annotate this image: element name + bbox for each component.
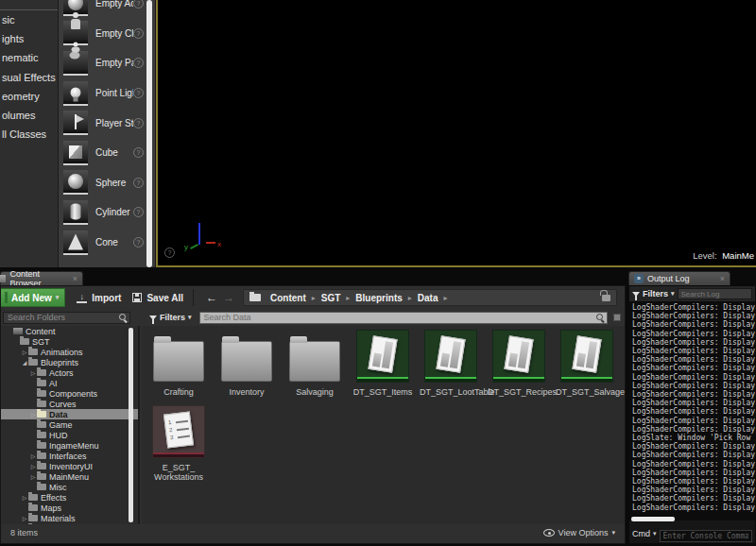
asset-tile-dt_sgt_items[interactable]: DT_SGT_Items [352, 330, 414, 398]
tree-item-interfaces[interactable]: ▷Interfaces [1, 451, 138, 461]
place-category-item[interactable]: ll Classes [0, 125, 58, 144]
tree-item-components[interactable]: Components [1, 388, 138, 399]
log-horizontal-scrollbar[interactable] [631, 517, 675, 521]
asset-tile-dt_sgt_salvage[interactable]: DT_SGT_Salvage [556, 330, 618, 398]
tree-item-animations[interactable]: ▷Animations [1, 347, 138, 357]
close-icon[interactable]: × [73, 274, 77, 283]
asset-tile-label: DT_SGT_Items [352, 387, 414, 398]
tree-item-data[interactable]: ▷Data [1, 409, 138, 419]
tree-item-hud[interactable]: HUD [1, 430, 138, 440]
tree-item-game[interactable]: Game [1, 419, 138, 430]
breadcrumb-item[interactable]: Data [418, 293, 438, 303]
place-category-item[interactable]: olumes [0, 106, 58, 125]
collapsed-arrow-icon[interactable]: ▷ [29, 473, 37, 480]
place-category-item[interactable]: sic [0, 10, 58, 29]
help-icon: ? [133, 118, 144, 128]
breadcrumb-separator-icon: ▸ [346, 294, 350, 302]
root-icon [13, 328, 23, 334]
console-command-input[interactable] [660, 530, 752, 542]
tree-item-actors[interactable]: ▷Actors [1, 367, 138, 378]
filters-button[interactable]: Filters ▾ [149, 313, 192, 322]
folder-tree-pane: ContentSGT▷Animations◢Blueprints▷ActorsA… [1, 326, 140, 524]
breadcrumb-item[interactable]: SGT [321, 293, 341, 303]
asset-tile-e_sgt_workstations[interactable]: 123E_SGT_Workstations [147, 405, 210, 483]
collapsed-arrow-icon[interactable]: ▷ [29, 411, 37, 418]
place-category-item[interactable]: ights [0, 29, 58, 48]
close-icon[interactable]: × [720, 274, 725, 283]
tree-item-ingamemenu[interactable]: IngameMenu [1, 440, 138, 451]
place-actor-item[interactable]: Cone? [59, 228, 155, 258]
log-line: LogShaderCompilers: Display [632, 442, 755, 451]
add-new-button[interactable]: Add New ▾ [1, 288, 65, 307]
save-search-icon[interactable] [613, 314, 621, 321]
place-actor-item[interactable]: Cylinder? [59, 197, 155, 228]
breadcrumb-item[interactable]: Blueprints [355, 293, 402, 303]
collapsed-arrow-icon[interactable]: ▷ [29, 452, 37, 459]
collapsed-arrow-icon[interactable]: ▷ [21, 349, 28, 355]
tree-item-inventoryui[interactable]: ▷InventoryUI [1, 461, 138, 471]
axis-y-label: y [184, 243, 188, 251]
place-actor-label: Cube [95, 147, 133, 158]
log-filters-button[interactable]: Filters ▾ [632, 289, 675, 299]
tree-item-label: MainMenu [49, 472, 89, 482]
search-data-input[interactable] [199, 312, 608, 324]
asset-tile-dt_sgt_loottable[interactable]: DT_SGT_LootTable [420, 330, 482, 398]
asset-tile-salvaging[interactable]: Salvaging [284, 330, 346, 398]
asset-tile-label: Salvaging [284, 387, 346, 398]
place-actor-item[interactable]: Point Light? [59, 78, 155, 109]
log-line: LogShaderCompilers: Display [632, 390, 755, 399]
bulb-thumbnail-icon [63, 81, 88, 106]
tree-item-effects[interactable]: ▷Effects [1, 492, 138, 503]
expanded-arrow-icon[interactable]: ◢ [21, 359, 28, 366]
log-line: LogShaderCompilers: Display [632, 486, 755, 494]
place-actors-scrollbar[interactable] [146, 0, 152, 267]
tree-item-maps[interactable]: Maps [1, 503, 138, 513]
tab-content-browser[interactable]: Content Browser × [0, 271, 83, 285]
back-button[interactable]: ← [206, 291, 217, 304]
chevron-down-icon[interactable]: ▾ [653, 530, 657, 537]
folder-icon [37, 452, 46, 459]
collapsed-arrow-icon[interactable]: ▷ [21, 494, 28, 501]
import-button[interactable]: ↓ Import [77, 293, 121, 303]
search-log-input[interactable] [678, 288, 752, 299]
breadcrumb-item[interactable]: Content [270, 293, 306, 303]
place-actor-item[interactable]: Cube? [59, 138, 155, 168]
funnel-icon [149, 316, 157, 320]
search-folders-input[interactable] [3, 312, 130, 324]
level-viewport[interactable]: x y ? Level: MainMe [156, 0, 756, 267]
tab-output-log[interactable]: » Output Log × [628, 271, 730, 285]
asset-tile-dt_sgt_recipes[interactable]: DT_SGT_Recipes [488, 330, 550, 398]
tree-item-mainmenu[interactable]: ▷MainMenu [1, 471, 138, 482]
tree-item-curves[interactable]: Curves [1, 399, 138, 409]
asset-tile-label: DT_SGT_LootTable [420, 387, 482, 398]
forward-button[interactable]: → [223, 291, 234, 304]
tree-item-ai[interactable]: AI [1, 378, 138, 388]
place-actor-item[interactable]: Sphere? [59, 168, 155, 198]
save-all-button[interactable]: Save All [132, 293, 183, 303]
tree-item-misc[interactable]: Misc [1, 482, 138, 492]
asset-tile-crafting[interactable]: Crafting [147, 330, 210, 398]
asset-tile-inventory[interactable]: Inventory [215, 330, 278, 398]
lock-icon[interactable] [602, 295, 610, 301]
tree-scrollbar[interactable] [129, 328, 133, 522]
enum-thumbnail: 123 [152, 405, 205, 458]
place-actor-item[interactable]: Player Sta? [59, 108, 155, 138]
view-options-button[interactable]: View Options ▾ [543, 528, 615, 537]
tree-item-sgt[interactable]: SGT [1, 336, 138, 347]
place-category-item[interactable]: nematic [0, 48, 58, 67]
place-actor-label: Cylinder [95, 207, 133, 217]
place-category-item[interactable]: eometry [0, 87, 58, 106]
asset-tile-label: E_SGT_Workstations [147, 463, 210, 483]
log-filters-label: Filters [643, 289, 668, 299]
place-category-item[interactable]: sual Effects [0, 68, 58, 87]
tree-item-blueprints[interactable]: ◢Blueprints [1, 357, 138, 367]
collapsed-arrow-icon[interactable]: ▷ [21, 515, 28, 521]
tree-item-content[interactable]: Content [1, 326, 138, 336]
place-category-label: olumes [2, 110, 35, 121]
breadcrumb-separator-icon: ▸ [408, 294, 412, 302]
help-icon: ? [133, 28, 144, 39]
collapsed-arrow-icon[interactable]: ▷ [29, 463, 37, 469]
place-actor-label: Empty Cha [95, 28, 133, 39]
collapsed-arrow-icon[interactable]: ▷ [29, 369, 37, 376]
place-actor-item[interactable]: Empty Pav? [59, 48, 155, 78]
